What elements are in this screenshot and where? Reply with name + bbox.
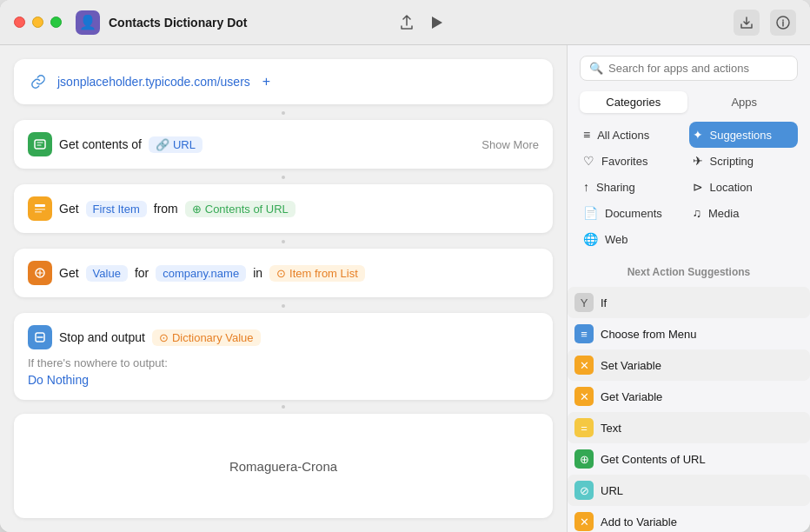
choose-menu-icon: ≡	[574, 324, 594, 343]
add-var-label: Add to Variable	[601, 515, 677, 529]
divider-2	[14, 174, 553, 181]
web-label: Web	[605, 233, 628, 246]
nowhere-label: If there's nowhere to output:	[28, 356, 539, 369]
get-contents-row: Get contents of 🔗 URL Show More	[28, 132, 539, 156]
set-var-icon: ✕	[574, 356, 594, 375]
sug-add-var[interactable]: ✕ Add to Variable	[568, 506, 810, 532]
titlebar-right	[734, 10, 796, 36]
cat-sharing[interactable]: ↑ Sharing	[580, 174, 689, 200]
item-list-tag[interactable]: ⊙ Item from List	[269, 265, 365, 282]
favorites-label: Favorites	[601, 155, 647, 168]
stop-row: Stop and output ⊙ Dictionary Value	[28, 325, 539, 349]
sug-get-contents[interactable]: ⊕ Get Contents of URL	[568, 443, 810, 475]
set-var-label: Set Variable	[601, 359, 661, 372]
divider-5	[14, 403, 553, 410]
url-add-button[interactable]: +	[262, 74, 270, 90]
suggestions-title: Next Action Suggestions	[580, 266, 798, 278]
scripting-icon: ✈	[693, 154, 703, 168]
url-tag[interactable]: 🔗 URL	[149, 136, 202, 153]
maximize-button[interactable]	[50, 17, 62, 28]
show-more-btn[interactable]: Show More	[481, 138, 539, 151]
web-icon: 🌐	[583, 232, 598, 246]
cat-favorites[interactable]: ♡ Favorites	[580, 148, 689, 174]
main-window: 👤 Contacts Dictionary Dot	[0, 0, 810, 532]
window-title: Contacts Dictionary Dot	[109, 16, 399, 30]
get-first-card: Get First Item from ⊕ Contents of URL	[14, 184, 553, 233]
traffic-lights	[14, 17, 62, 28]
tab-bar: Categories Apps	[568, 88, 810, 120]
tab-categories[interactable]: Categories	[580, 91, 687, 113]
dict-value-tag[interactable]: ⊙ Dictionary Value	[152, 329, 261, 346]
all-actions-label: All Actions	[597, 129, 649, 142]
url-card: jsonplaceholder.typicode.com/users +	[14, 59, 553, 104]
url-value[interactable]: jsonplaceholder.typicode.com/users	[57, 75, 250, 89]
cat-web[interactable]: 🌐 Web	[580, 226, 689, 252]
get-var-label: Get Variable	[601, 390, 662, 403]
sug-get-var[interactable]: ✕ Get Variable	[568, 381, 810, 412]
cat-all-actions[interactable]: ≡ All Actions	[580, 122, 689, 148]
if-icon: Y	[574, 293, 594, 312]
stop-card: Stop and output ⊙ Dictionary Value If th…	[14, 313, 553, 400]
get-first-icon	[28, 196, 52, 221]
import-button[interactable]	[734, 10, 760, 36]
first-item-tag[interactable]: First Item	[86, 201, 147, 217]
play-button[interactable]	[428, 15, 444, 30]
url-row: jsonplaceholder.typicode.com/users +	[28, 71, 539, 92]
sug-text[interactable]: = Text	[568, 412, 810, 443]
suggestions-section: Next Action Suggestions	[568, 259, 810, 287]
stop-icon	[28, 325, 52, 349]
text-label: Text	[601, 422, 621, 435]
cat-location[interactable]: ⊳ Location	[689, 174, 799, 200]
from-label: from	[154, 202, 178, 216]
suggestions-icon: ✦	[693, 128, 703, 142]
sug-set-var[interactable]: ✕ Set Variable	[568, 349, 810, 381]
if-label: If	[601, 296, 607, 309]
tab-apps[interactable]: Apps	[691, 91, 799, 113]
cat-scripting[interactable]: ✈ Scripting	[689, 148, 799, 174]
documents-label: Documents	[605, 207, 662, 220]
company-name-tag[interactable]: company.name	[156, 265, 246, 282]
svg-rect-4	[35, 209, 45, 210]
media-label: Media	[708, 207, 739, 220]
svg-marker-0	[432, 17, 442, 29]
sug-url[interactable]: ⊘ URL	[568, 475, 810, 506]
info-button[interactable]	[770, 10, 796, 36]
suggestions-list: Y If ≡ Choose from Menu ✕ Set Variable ✕…	[568, 287, 810, 532]
contents-url-tag[interactable]: ⊕ Contents of URL	[185, 201, 295, 217]
cat-media[interactable]: ♫ Media	[689, 200, 799, 226]
location-icon: ⊳	[693, 180, 703, 194]
add-var-icon: ✕	[574, 512, 594, 531]
item-list-icon: ⊙	[276, 267, 286, 280]
for-label: for	[135, 266, 149, 280]
share-button[interactable]	[399, 15, 415, 30]
sug-if[interactable]: Y If	[568, 287, 810, 318]
link-icon	[28, 71, 49, 92]
get-contents-icon	[28, 132, 52, 156]
output-value: Romaguera-Crona	[229, 459, 337, 474]
search-icon: 🔍	[589, 62, 603, 75]
all-actions-icon: ≡	[583, 128, 590, 142]
get-value-card: Get Value for company.name in ⊙ Item fro…	[14, 249, 553, 297]
cat-documents[interactable]: 📄 Documents	[580, 200, 689, 226]
url-sug-icon: ⊘	[574, 481, 594, 500]
minimize-button[interactable]	[32, 17, 43, 28]
search-input[interactable]	[608, 62, 788, 75]
scripting-label: Scripting	[710, 155, 754, 168]
media-icon: ♫	[693, 206, 702, 220]
titlebar: 👤 Contacts Dictionary Dot	[0, 0, 810, 45]
suggestions-label: Suggestions	[710, 129, 773, 142]
search-wrap: 🔍	[580, 56, 798, 81]
close-button[interactable]	[14, 17, 25, 28]
left-panel: jsonplaceholder.typicode.com/users + Get…	[0, 45, 567, 532]
url-tag-icon: 🔗	[156, 138, 169, 151]
sharing-icon: ↑	[583, 180, 589, 194]
get-value-icon	[28, 261, 52, 285]
output-card: Romaguera-Crona	[14, 414, 553, 518]
value-tag[interactable]: Value	[86, 265, 128, 282]
titlebar-actions	[399, 15, 444, 30]
sug-choose-menu[interactable]: ≡ Choose from Menu	[568, 318, 810, 349]
divider-3	[14, 238, 553, 245]
categories-grid: ≡ All Actions ✦ Suggestions ♡ Favorites …	[568, 120, 810, 259]
cat-suggestions[interactable]: ✦ Suggestions	[689, 122, 799, 148]
do-nothing-link[interactable]: Do Nothing	[28, 373, 89, 387]
